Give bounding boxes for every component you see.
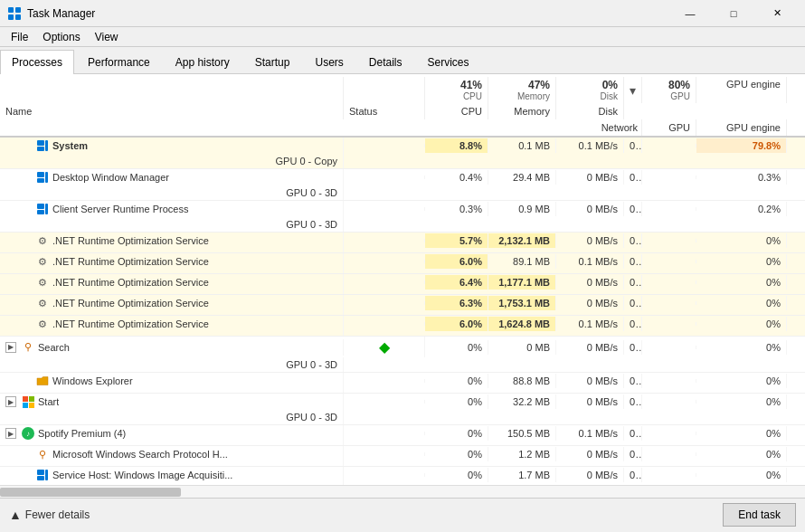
process-cpu-cell: 0% [425,426,488,441]
table-row[interactable]: ⚙.NET Runtime Optimization Service6.3%1,… [0,295,805,316]
scroll-thumb[interactable] [0,488,181,497]
process-name-cell: ⚙.NET Runtime Optimization Service [0,295,344,311]
process-disk-cell: 0 MB/s [556,275,624,290]
process-network-cell: 0.1 Mbps [624,254,642,269]
menu-options[interactable]: Options [35,29,87,45]
process-status-cell [344,280,425,284]
svg-rect-4 [37,140,44,146]
process-cpu-cell: 0% [425,447,488,461]
expand-button[interactable]: ▶ [5,396,16,407]
table-row[interactable]: Client Server Runtime Process0.3%0.9 MB0… [0,201,805,233]
tabs: Processes Performance App history Startu… [0,47,805,74]
col-gpu-engine[interactable]: GPU engine [696,119,787,136]
process-cpu-cell: 6.0% [425,254,488,269]
process-gpu-cell: 0% [696,275,787,290]
process-memory-cell: 2,132.1 MB [488,233,556,248]
process-cpu-cell: 6.3% [425,296,488,310]
process-disk-cell: 0 MB/s [556,394,624,409]
menu-file[interactable]: File [4,29,35,45]
table-body[interactable]: System8.8%0.1 MB0.1 MB/s0 Mbps79.8%GPU 0… [0,138,805,485]
process-name-cell: System [0,138,344,154]
col-name[interactable]: Name [0,103,344,119]
process-name-label: .NET Runtime Optimization Service [52,298,209,309]
table-row[interactable]: ⚲Microsoft Windows Search Protocol H...0… [0,446,805,467]
expand-button[interactable]: ▶ [5,342,16,353]
table-row[interactable]: ⚙.NET Runtime Optimization Service6.0%89… [0,253,805,274]
hdr-status-empty [344,77,425,103]
tab-services[interactable]: Services [416,50,481,74]
col-cpu[interactable]: CPU [425,103,488,119]
table-row[interactable]: ▶Start0%32.2 MB0 MB/s0 Mbps0%GPU 0 - 3D [0,394,805,425]
tab-app-history[interactable]: App history [164,50,242,74]
process-status-cell: ◆ [344,337,425,357]
table-row[interactable]: Desktop Window Manager0.4%29.4 MB0 MB/s0… [0,169,805,201]
tab-users[interactable]: Users [303,50,355,74]
process-icon: ⚙ [36,234,49,247]
process-name-cell: ⚲Microsoft Windows Search Protocol H... [0,446,344,462]
col-memory[interactable]: Memory [488,103,556,119]
process-name-cell: ⚙.NET Runtime Optimization Service [0,316,344,332]
table-row[interactable]: Windows Explorer0%88.8 MB0 MB/s0 Mbps0% [0,373,805,394]
process-blank-cell [642,144,696,147]
svg-rect-1 [15,7,21,13]
tab-processes[interactable]: Processes [0,50,74,74]
horizontal-scrollbar[interactable] [0,485,805,498]
process-status-cell [344,239,425,242]
process-blank-cell [642,239,696,242]
process-name-cell: Service Host: Windows Image Acquisiti... [0,467,344,483]
process-icon: ♪ [22,427,34,440]
process-icon [36,171,49,184]
process-blank-cell [642,280,696,284]
col-gpu[interactable]: GPU [642,119,696,136]
table-row[interactable]: ⚙.NET Runtime Optimization Service6.4%1,… [0,274,805,295]
process-name-cell: Client Server Runtime Process [0,201,344,217]
table-row[interactable]: System8.8%0.1 MB0.1 MB/s0 Mbps79.8%GPU 0… [0,138,805,169]
header-percent-row: 41% CPU 47% Memory 0% Disk ▾ 80% GPU GPU… [0,74,805,103]
svg-rect-9 [45,172,48,183]
svg-rect-10 [37,204,44,209]
process-name-label: .NET Runtime Optimization Service [52,235,209,246]
table-row[interactable]: ▶♪Spotify Premium (4)0%150.5 MB0.1 MB/s0… [0,425,805,446]
process-disk-cell: 0 MB/s [556,296,624,310]
process-network-cell: 0 Mbps [624,138,642,153]
table-row[interactable]: Service Host: Windows Image Acquisiti...… [0,467,805,485]
process-gpu-cell: 0% [696,447,787,461]
menu-view[interactable]: View [88,29,126,45]
tab-startup[interactable]: Startup [243,50,302,74]
process-gpu-engine-cell: GPU 0 - 3D [0,357,344,372]
svg-rect-5 [37,147,44,151]
close-button[interactable]: ✕ [756,0,798,27]
process-name-label: .NET Runtime Optimization Service [52,277,209,288]
table-row[interactable]: ⚙.NET Runtime Optimization Service6.0%1,… [0,316,805,337]
process-name-cell: ▶♪Spotify Premium (4) [0,425,344,442]
process-gpu-engine-cell [0,311,344,315]
main-content: 41% CPU 47% Memory 0% Disk ▾ 80% GPU GPU… [0,74,805,498]
hdr-gpu-engine-label: GPU engine [696,77,787,103]
process-gpu-engine-cell [0,442,344,445]
process-name-cell: Desktop Window Manager [0,169,344,185]
end-task-button[interactable]: End task [723,503,796,527]
process-blank-cell [642,379,696,383]
minimize-button[interactable]: — [669,0,711,27]
fewer-details-button[interactable]: ▲ Fewer details [9,508,90,522]
process-network-cell: 0 Mbps [624,447,642,461]
col-disk[interactable]: Disk [556,103,624,119]
expand-button[interactable]: ▶ [5,428,16,439]
process-network-cell: 0.1 Mbps [624,233,642,248]
maximize-button[interactable]: □ [713,0,754,27]
process-disk-cell: 0.1 MB/s [556,426,624,441]
process-network-cell: 0 Mbps [624,468,642,482]
col-network-label[interactable]: Network [556,119,642,136]
table-row[interactable]: ▶⚲Search◆0%0 MB0 MB/s0 Mbps0%GPU 0 - 3D [0,337,805,373]
svg-rect-15 [23,403,28,408]
tab-details[interactable]: Details [357,50,414,74]
tab-performance[interactable]: Performance [76,50,162,74]
process-memory-cell: 1,624.8 MB [488,317,556,331]
table-row[interactable]: ⚙.NET Runtime Optimization Service5.7%2,… [0,233,805,253]
process-network-cell: 0.1 Mbps [624,275,642,290]
process-blank-cell [642,346,696,349]
col-status[interactable]: Status [344,103,425,119]
svg-rect-7 [37,172,44,177]
process-memory-cell: 88.8 MB [488,374,556,388]
process-blank-cell [642,301,696,305]
